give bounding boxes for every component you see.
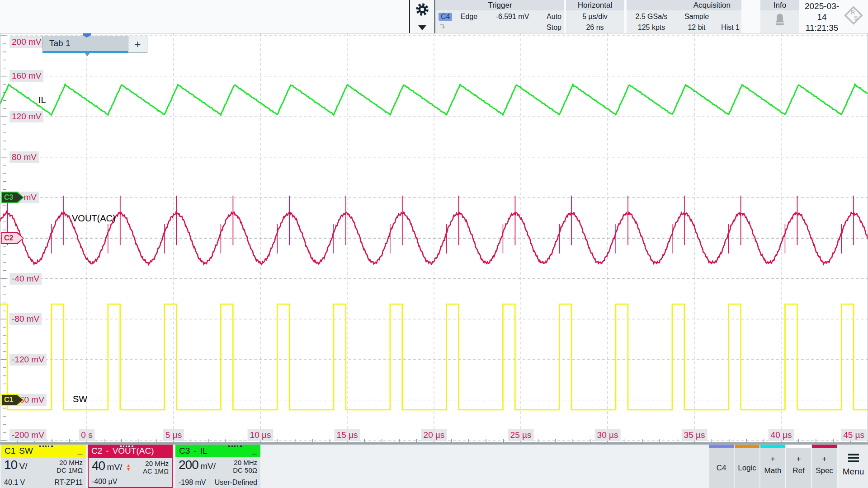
c2-scale-value: 40 (92, 459, 105, 473)
c3-box-name: IL (200, 446, 208, 456)
c3-trace-style-dots-icon (228, 446, 242, 447)
trigger-mode: Auto (539, 13, 561, 21)
add-spec-button[interactable]: + Spec (812, 445, 837, 488)
acq-bits: 12 bit (676, 23, 717, 32)
gear-icon[interactable] (415, 2, 430, 19)
add-tab-button[interactable]: + (128, 36, 147, 53)
y-label-80mv: 80 mV (9, 151, 39, 163)
horizontal-scale: 5 µs/div (566, 11, 624, 22)
c1-minimize-icon[interactable]: _ (77, 446, 82, 456)
x-label-30us: 30 µs (595, 429, 621, 441)
y-label--40mv: -40 mV (9, 273, 42, 285)
c1-offset: 40.1 V (4, 479, 25, 487)
trigger-type: Edge (452, 13, 486, 21)
trigger-source-badge[interactable]: C4 (439, 13, 452, 21)
c3-box-id: C3 (179, 446, 190, 456)
plus-icon: + (797, 455, 801, 464)
c1-probe: RT-ZP11 (54, 479, 83, 487)
acq-record-length: 125 kpts (627, 23, 676, 32)
trigger-section[interactable]: Trigger C4 Edge -6.591 mV Auto Stop (436, 0, 564, 33)
vout-trace-label: VOUT(AC) (72, 213, 116, 224)
x-label-20us: 20 µs (421, 429, 447, 441)
rohde-schwarz-logo: R S (843, 5, 864, 26)
c1-bandwidth: 20 MHz (57, 459, 83, 466)
math-color-stripe (760, 445, 785, 448)
c2-box-id: C2 (91, 446, 102, 456)
y-label--120mv: -120 mV (9, 354, 47, 366)
x-label-15us: 15 µs (335, 429, 360, 441)
svg-text:S: S (854, 14, 858, 21)
c2-trace-style-dots-icon (120, 446, 133, 447)
y-label--200mv: -200 mV (9, 429, 47, 441)
c3-scale-unit: mV/ (200, 461, 216, 471)
x-label-10us: 10 µs (248, 429, 274, 441)
c2-offset: -400 µV (92, 478, 117, 486)
x-label-5us: 5 µs (163, 429, 184, 441)
x-label-45us: 45 µs (841, 429, 867, 441)
sw-trace-label: SW (73, 394, 87, 404)
y-label-120mv: 120 mV (9, 111, 43, 122)
c2-channel-box[interactable]: C2 - VOUT(AC) 40 mV/ ▲▼ 20 MHz AC 1MΩ -4… (88, 445, 173, 488)
tab-bar: Tab 1 + (42, 36, 147, 53)
c4-button[interactable]: C4 (709, 445, 734, 488)
c1-scale-unit: V/ (19, 461, 28, 471)
c3-channel-box[interactable]: C3 - IL _ 200 mV/ 20 MHz DC 50Ω -198 mV … (175, 445, 260, 488)
y-label-160mv: 160 mV (9, 70, 43, 82)
c3-minimize-icon[interactable]: _ (252, 446, 257, 456)
hamburger-menu-icon (848, 452, 859, 464)
c1-scale-value: 10 (4, 458, 17, 472)
horizontal-resolution: 26 ns (566, 22, 624, 33)
plus-icon: + (822, 455, 827, 464)
logic-button[interactable]: Logic (735, 445, 760, 488)
logic-color-stripe (735, 445, 760, 448)
trigger-level: -6.591 mV (486, 13, 539, 21)
horizontal-section[interactable]: Horizontal 5 µs/div 26 ns (566, 0, 624, 33)
x-label-35us: 35 µs (682, 429, 708, 441)
c3-coupling: DC 50Ω (233, 466, 257, 474)
signal-bar: C1 SW _ 10 V/ 20 MHz DC 1MΩ 40.1 V RT-ZP… (0, 445, 868, 488)
trigger-state: Stop (446, 23, 561, 32)
c3-bandwidth: 20 MHz (233, 459, 257, 466)
force-trigger-icon[interactable] (439, 23, 446, 32)
notification-bell-icon[interactable] (760, 10, 799, 28)
c1-channel-box[interactable]: C1 SW _ 10 V/ 20 MHz DC 1MΩ 40.1 V RT-ZP… (1, 445, 86, 488)
acquisition-section[interactable]: Acquisition 2.5 GSa/s Sample 125 kpts 12… (627, 0, 741, 33)
acq-mode: Sample (676, 13, 717, 21)
acq-sample-rate: 2.5 GSa/s (627, 13, 676, 21)
info-title: Info (760, 0, 799, 10)
spec-color-stripe (812, 445, 837, 448)
c1-coupling: DC 1MΩ (57, 466, 83, 474)
add-ref-button[interactable]: + Ref (786, 445, 811, 488)
collapse-toolbar-icon[interactable] (418, 25, 426, 30)
waveform-display[interactable]: Tab 1 + 200 mV 160 mV 120 mV 80 mV 40 mV… (0, 33, 868, 445)
c2-scale-unit: mV/ (107, 462, 123, 472)
c2-scale-stepper-icons[interactable]: ▲▼ (126, 464, 131, 471)
y-label--80mv: -80 mV (9, 313, 42, 325)
ref-color-stripe (786, 445, 811, 448)
c2-bandwidth: 20 MHz (143, 460, 169, 467)
top-toolbar: Trigger C4 Edge -6.591 mV Auto Stop Hori… (0, 0, 868, 33)
menu-button[interactable]: Menu (839, 445, 868, 488)
info-section[interactable]: Info (760, 0, 799, 33)
x-label-40us: 40 µs (769, 429, 794, 441)
c2-box-name: VOUT(AC) (113, 446, 154, 456)
plus-icon: + (771, 455, 775, 464)
graticule-and-traces (0, 33, 868, 444)
trigger-position-pointer-icon (85, 53, 90, 56)
tab-1[interactable]: Tab 1 (42, 36, 128, 53)
trigger-title: Trigger (436, 0, 564, 10)
time: 11:21:35 (801, 23, 843, 33)
c2-box-sep: - (106, 446, 108, 456)
c1-trace-style-dots-icon (39, 446, 53, 447)
acq-history: Hist 1 (717, 23, 741, 32)
settings-column[interactable] (409, 0, 435, 33)
y-label-200mv: 200 mV (9, 36, 43, 48)
c3-probe: User-Defined (215, 479, 257, 487)
c2-coupling: AC 1MΩ (143, 467, 169, 475)
horizontal-title: Horizontal (566, 0, 624, 10)
acquisition-title: Acquisition (627, 0, 741, 10)
c3-scale-value: 200 (179, 458, 198, 472)
x-label-0s: 0 s (79, 429, 94, 441)
add-math-button[interactable]: + Math (760, 445, 785, 488)
c1-box-name: SW (19, 446, 33, 456)
